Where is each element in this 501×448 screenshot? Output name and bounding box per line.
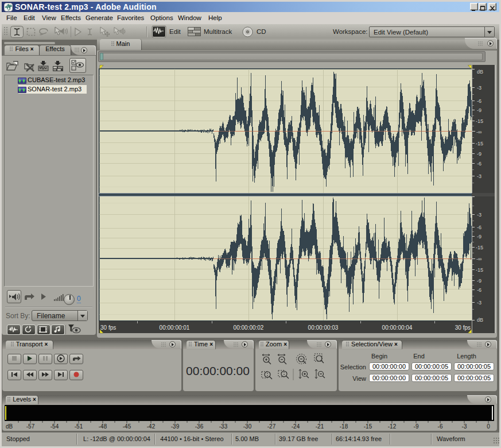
svg-text:-6: -6 bbox=[477, 287, 481, 293]
svg-text:-3: -3 bbox=[477, 85, 481, 91]
svg-text:00:00:00:03: 00:00:00:03 bbox=[308, 325, 339, 331]
svg-text:-∞: -∞ bbox=[476, 256, 481, 262]
svg-text:-15: -15 bbox=[476, 118, 483, 124]
svg-text:-42: -42 bbox=[147, 423, 156, 430]
svg-text:-3: -3 bbox=[477, 173, 481, 179]
svg-text:-45: -45 bbox=[123, 423, 131, 430]
svg-text:-3: -3 bbox=[477, 300, 481, 306]
svg-text:-6: -6 bbox=[477, 98, 481, 104]
svg-text:-39: -39 bbox=[171, 423, 180, 430]
svg-text:00:00:00:01: 00:00:00:01 bbox=[160, 325, 190, 331]
svg-text:-9: -9 bbox=[477, 151, 481, 157]
svg-text:-9: -9 bbox=[477, 234, 481, 240]
svg-text:-48: -48 bbox=[99, 423, 107, 430]
svg-text:-36: -36 bbox=[195, 423, 204, 430]
svg-text:-30: -30 bbox=[243, 423, 252, 430]
svg-text:dB: dB bbox=[477, 317, 483, 323]
svg-text:30 fps: 30 fps bbox=[455, 325, 471, 331]
svg-text:00:00:00:02: 00:00:00:02 bbox=[234, 325, 264, 331]
svg-text:-3: -3 bbox=[462, 423, 467, 430]
svg-text:-9: -9 bbox=[477, 107, 481, 113]
svg-text:-6: -6 bbox=[477, 161, 481, 167]
svg-text:-57: -57 bbox=[26, 423, 35, 430]
svg-text:-51: -51 bbox=[75, 423, 83, 430]
svg-text:dB: dB bbox=[6, 423, 13, 430]
svg-text:-6: -6 bbox=[477, 225, 481, 230]
svg-text:-15: -15 bbox=[476, 267, 483, 273]
svg-text:-21: -21 bbox=[316, 423, 324, 430]
svg-text:-9: -9 bbox=[477, 278, 481, 284]
svg-text:-∞: -∞ bbox=[476, 129, 481, 135]
svg-text:-6: -6 bbox=[438, 423, 443, 430]
svg-text:-15: -15 bbox=[476, 245, 483, 250]
svg-text:-15: -15 bbox=[476, 141, 483, 146]
svg-text:-9: -9 bbox=[414, 423, 419, 430]
svg-text:-54: -54 bbox=[51, 423, 59, 430]
svg-text:30 fps: 30 fps bbox=[100, 325, 116, 331]
svg-text:dB: dB bbox=[477, 69, 483, 75]
svg-text:0: 0 bbox=[487, 423, 490, 430]
svg-text:-24: -24 bbox=[292, 423, 300, 430]
svg-text:-33: -33 bbox=[219, 423, 228, 430]
svg-text:-3: -3 bbox=[477, 212, 481, 218]
svg-text:-15: -15 bbox=[364, 423, 372, 430]
svg-text:-12: -12 bbox=[388, 423, 397, 430]
svg-text:-18: -18 bbox=[340, 423, 348, 430]
svg-text:-27: -27 bbox=[267, 423, 276, 430]
svg-text:00:00:00:04: 00:00:00:04 bbox=[382, 325, 413, 331]
